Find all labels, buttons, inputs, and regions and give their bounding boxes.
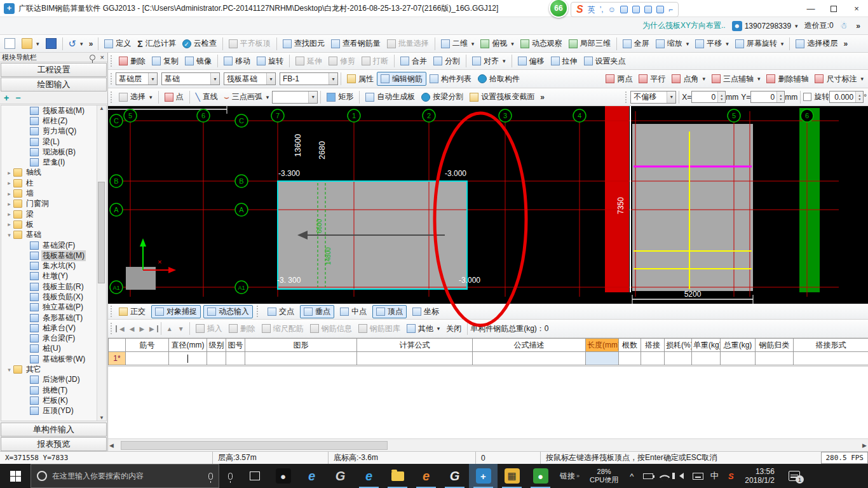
edit-button-打断[interactable]: 打断 (358, 54, 391, 68)
expand-icon[interactable]: ▸ (5, 180, 13, 186)
taskbar-app-grey-g-app[interactable]: G (326, 464, 355, 488)
expand-icon[interactable]: ▸ (5, 221, 13, 227)
rebar-button-缩尺配筋[interactable]: 缩尺配筋 (259, 322, 307, 336)
rebar-button-其他[interactable]: 其他▾ (403, 322, 444, 336)
tree-item-柱[interactable]: ▸柱 (1, 178, 97, 188)
row-number-cell[interactable]: 1* (109, 352, 126, 365)
tree-item-基础板带(W)[interactable]: 基础板带(W) (1, 354, 97, 364)
tree-item-后浇带(JD)[interactable]: 后浇带(JD) (1, 375, 97, 385)
raft-section-button[interactable]: 设置筏板变截面 (466, 90, 538, 104)
arc-tool-button[interactable]: ⌣三点画弧▾ (221, 90, 272, 104)
tree-item-压顶(YD)[interactable]: 压顶(YD) (1, 406, 97, 416)
save-button[interactable] (43, 37, 60, 51)
cell-搭接形式[interactable] (794, 352, 868, 365)
expand-icon[interactable]: ▸ (5, 170, 13, 176)
section-project-settings[interactable]: 工程设置 (1, 63, 107, 77)
name-dropdown-icon[interactable]: ▾ (329, 73, 337, 85)
toolbar-button-云检查[interactable]: ✓云检查 (179, 37, 220, 51)
tree-item-筏板负筋(X)[interactable]: 筏板负筋(X) (1, 292, 97, 302)
taskbar-search-input[interactable]: 在这里输入你要搜索的内容 (31, 464, 219, 488)
view-overflow-chevron[interactable]: » (841, 39, 850, 48)
scroll-left-icon[interactable]: ◀ (109, 442, 114, 449)
section-drawing-input[interactable]: 绘图输入 (1, 78, 107, 92)
toolbar-overflow-chevron[interactable]: » (86, 39, 96, 48)
axis-button-三点辅轴[interactable]: 三点辅轴▾ (709, 72, 764, 86)
component-name-select[interactable]: FB-1▾ (280, 72, 338, 85)
expand-icon[interactable]: ▸ (5, 201, 13, 207)
tree-item-板[interactable]: ▸板 (1, 219, 97, 229)
edit-button-旋转[interactable]: 旋转 (254, 54, 287, 68)
properties-button[interactable]: 属性 (344, 72, 377, 86)
edit-button-拉伸[interactable]: 拉伸 (548, 54, 581, 68)
tree-item-基础[interactable]: ▾基础 (1, 230, 97, 240)
cell-直径(mm)[interactable] (169, 352, 207, 365)
tree-item-筏板基础(M)[interactable]: 筏板基础(M) (1, 250, 97, 261)
toolbar-grip[interactable] (111, 306, 113, 317)
column-header-长度(mm)[interactable]: 长度(mm) (586, 339, 619, 352)
snap-button-对象捕捉[interactable]: 对象捕捉 (151, 305, 201, 318)
dropdown-icon[interactable]: ▾ (702, 76, 705, 82)
select-tool-button[interactable]: 选择▾ (116, 90, 156, 104)
dropdown-icon[interactable]: ▾ (726, 41, 729, 47)
links-toolbar[interactable]: 链接» (555, 464, 585, 488)
tree-item-现浇板(B)[interactable]: 现浇板(B) (1, 147, 97, 157)
collapse-icon[interactable]: ▾ (5, 232, 13, 238)
tree-item-栏板(K)[interactable]: 栏板(K) (1, 395, 97, 405)
y-offset-value[interactable]: 0 (751, 92, 776, 102)
column-header-公式描述[interactable]: 公式描述 (473, 339, 586, 352)
column-header-图号[interactable]: 图号 (226, 339, 245, 352)
cpu-usage-widget[interactable]: 28% CPU使用 (585, 464, 623, 488)
tree-item-桩承台(V)[interactable]: 桩承台(V) (1, 323, 97, 333)
nav-next-button[interactable]: ▶ (137, 325, 147, 332)
soft-keyboard-icon[interactable] (632, 6, 640, 13)
emoji-icon[interactable]: ☺ (608, 5, 616, 14)
tree-item-其它[interactable]: ▾其它 (1, 364, 97, 374)
tray-expand-button[interactable]: ^ (623, 464, 640, 488)
y-spinner-arrows[interactable]: ▴▾ (776, 92, 784, 102)
touch-keyboard-icon[interactable] (689, 464, 706, 488)
infobar-overflow-chevron[interactable]: » (853, 22, 863, 30)
column-header-图形[interactable]: 图形 (245, 339, 357, 352)
new-file-button[interactable] (1, 37, 18, 51)
y-offset-stepper[interactable]: 0▴▾ (750, 91, 785, 103)
ime-mode-indicator[interactable]: 中 (706, 464, 722, 488)
security-ball-badge[interactable]: 66 (549, 0, 568, 18)
expand-all-button[interactable]: + (4, 93, 9, 103)
arc-option-dropdown-icon[interactable]: ▾ (308, 92, 317, 103)
expand-icon[interactable]: ▸ (5, 191, 13, 197)
axis-button-平行[interactable]: 平行 (635, 72, 668, 86)
element-type-select[interactable]: 筏板基础▾ (224, 72, 276, 85)
toolbar-button-定义[interactable]: 定义 (101, 37, 134, 51)
sogou-tray-icon[interactable]: S (722, 464, 739, 488)
x-offset-stepper[interactable]: 0▴▾ (691, 91, 726, 103)
view-button-选择楼层[interactable]: 选择楼层 (792, 37, 841, 51)
column-header-级别[interactable]: 级别 (207, 339, 226, 352)
cell-公式描述[interactable] (473, 352, 586, 365)
open-file-button[interactable]: ▾ (18, 37, 43, 51)
sogou-logo-icon[interactable]: S (576, 4, 583, 15)
cell-计算公式[interactable] (357, 352, 473, 365)
axis-button-点角[interactable]: 点角▾ (668, 72, 709, 86)
user-phone[interactable]: 13907298339 (745, 22, 791, 30)
expand-icon[interactable]: ▸ (5, 211, 13, 217)
view-button-缩放[interactable]: 缩放▾ (653, 37, 693, 51)
dropdown-icon[interactable]: ▾ (860, 76, 864, 82)
drawing-canvas[interactable]: ×567123456CBAA1CBAA113600268073505200-3.… (108, 106, 868, 304)
minimize-button[interactable]: — (799, 0, 822, 17)
taskbar-app-chrome-browser[interactable]: G (440, 464, 469, 488)
column-header-钢筋归类[interactable]: 钢筋归类 (756, 339, 794, 352)
cell-搭接[interactable] (641, 352, 665, 365)
rotate-checkbox[interactable] (803, 93, 811, 101)
toolbar-button-平齐板顶[interactable]: 平齐板顶 (226, 37, 274, 51)
ime-language-toggle[interactable]: 英 (588, 4, 595, 15)
column-header-总重(kg)[interactable]: 总重(kg) (721, 339, 756, 352)
taskbar-app-media-app[interactable]: ● (269, 464, 297, 488)
toolbar-button-查找图元[interactable]: 查找图元 (280, 37, 328, 51)
user-account[interactable]: ☻ 13907298339 ▾ (732, 21, 798, 31)
edit-rebar-button[interactable]: 编辑钢筋 (377, 72, 426, 86)
x-offset-value[interactable]: 0 (692, 92, 717, 102)
toolbar-button-批量选择[interactable]: 批量选择 (384, 37, 432, 51)
nav-prev-button[interactable]: ◀ (127, 325, 137, 332)
scroll-up-icon[interactable]: ▲ (99, 105, 104, 111)
view-button-二维[interactable]: 二维▾ (438, 37, 478, 51)
